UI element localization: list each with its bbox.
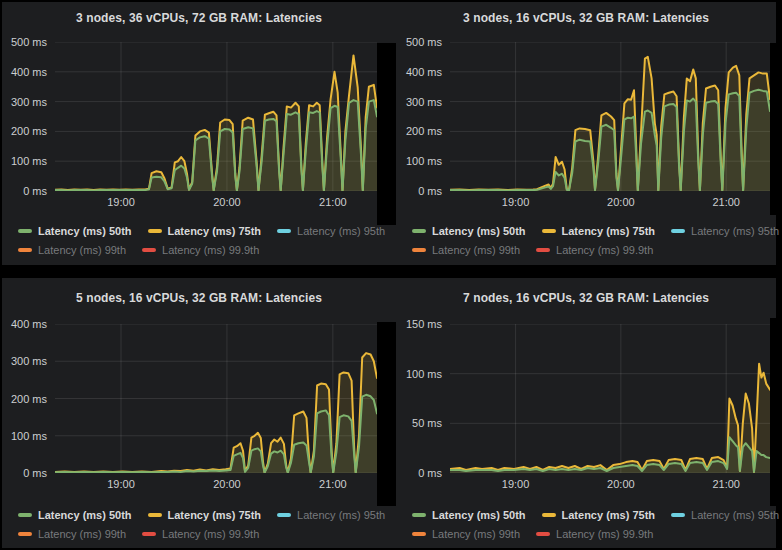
legend-item-99-9th[interactable]: Latency (ms) 99.9th (142, 244, 259, 256)
legend-label: Latency (ms) 99th (38, 244, 126, 256)
legend-label: Latency (ms) 75th (562, 509, 656, 521)
legend-swatch-icon (18, 532, 32, 536)
y-axis-tick-label: 500 ms (2, 36, 47, 49)
y-axis-tick-label: 0 ms (2, 185, 47, 198)
screenshot-black-gap (377, 322, 396, 506)
x-axis-tick-label: 20:00 (202, 196, 252, 209)
legend-swatch-icon (148, 229, 162, 233)
legend-item-99th[interactable]: Latency (ms) 99th (18, 244, 126, 256)
legend-label: Latency (ms) 99.9th (162, 244, 259, 256)
legend-item-50th[interactable]: Latency (ms) 50th (18, 225, 132, 237)
legend-label: Latency (ms) 50th (432, 509, 526, 521)
legend-label: Latency (ms) 50th (432, 225, 526, 237)
y-axis-tick-label: 400 ms (2, 66, 47, 79)
legend: Latency (ms) 50thLatency (ms) 75thLatenc… (18, 505, 394, 543)
legend-label: Latency (ms) 95th (297, 509, 385, 521)
legend-item-75th[interactable]: Latency (ms) 75th (148, 509, 262, 521)
legend-row: Latency (ms) 99thLatency (ms) 99.9th (18, 240, 394, 259)
legend-item-99th[interactable]: Latency (ms) 99th (412, 528, 520, 540)
y-axis-tick-label: 400 ms (396, 66, 442, 79)
legend-row: Latency (ms) 50thLatency (ms) 75thLatenc… (412, 505, 774, 524)
legend-item-75th[interactable]: Latency (ms) 75th (542, 225, 656, 237)
time-series-graph[interactable] (450, 42, 770, 191)
legend-item-99-9th[interactable]: Latency (ms) 99.9th (536, 244, 653, 256)
legend-item-99th[interactable]: Latency (ms) 99th (412, 244, 520, 256)
x-axis-tick-label: 20:00 (596, 196, 646, 209)
legend-swatch-icon (142, 248, 156, 252)
time-series-graph[interactable] (450, 324, 770, 473)
legend-swatch-icon (412, 532, 426, 536)
y-axis-tick-label: 0 ms (396, 467, 442, 480)
legend: Latency (ms) 50thLatency (ms) 75thLatenc… (18, 221, 394, 259)
y-axis-tick-label: 300 ms (396, 96, 442, 109)
legend-swatch-icon (671, 513, 685, 517)
legend-swatch-icon (18, 248, 32, 252)
y-axis-tick-label: 50 ms (396, 417, 442, 430)
y-axis-tick-label: 500 ms (396, 36, 442, 49)
legend-label: Latency (ms) 50th (38, 225, 132, 237)
panel-title[interactable]: 7 nodes, 16 vCPUs, 32 GB RAM: Latencies (396, 291, 776, 305)
legend-swatch-icon (412, 248, 426, 252)
legend-item-99th[interactable]: Latency (ms) 99th (18, 528, 126, 540)
latency-chart-plot[interactable] (55, 42, 377, 191)
legend-swatch-icon (277, 229, 291, 233)
legend-swatch-icon (542, 513, 556, 517)
time-series-graph[interactable] (55, 324, 377, 473)
panel-5-nodes-16-vcpus: 5 nodes, 16 vCPUs, 32 GB RAM: Latencies … (2, 278, 396, 548)
legend-row: Latency (ms) 99thLatency (ms) 99.9th (18, 524, 394, 543)
legend-item-95th[interactable]: Latency (ms) 95th (277, 509, 385, 521)
legend-swatch-icon (671, 229, 685, 233)
legend-label: Latency (ms) 99.9th (556, 244, 653, 256)
legend-item-50th[interactable]: Latency (ms) 50th (18, 509, 132, 521)
legend-item-95th[interactable]: Latency (ms) 95th (671, 225, 779, 237)
latency-chart-plot[interactable] (450, 42, 770, 191)
legend-item-99-9th[interactable]: Latency (ms) 99.9th (536, 528, 653, 540)
panel-title[interactable]: 3 nodes, 16 vCPUs, 32 GB RAM: Latencies (396, 11, 776, 25)
latency-chart-plot[interactable] (55, 324, 377, 473)
legend-label: Latency (ms) 95th (691, 509, 779, 521)
legend-item-99-9th[interactable]: Latency (ms) 99.9th (142, 528, 259, 540)
legend-swatch-icon (412, 513, 426, 517)
legend-label: Latency (ms) 95th (691, 225, 779, 237)
y-axis-tick-label: 300 ms (2, 96, 47, 109)
legend-swatch-icon (277, 513, 291, 517)
x-axis-tick-label: 21:00 (701, 478, 751, 491)
legend-item-75th[interactable]: Latency (ms) 75th (542, 509, 656, 521)
legend: Latency (ms) 50thLatency (ms) 75thLatenc… (412, 505, 774, 543)
legend-label: Latency (ms) 99.9th (162, 528, 259, 540)
x-axis-tick-label: 20:00 (202, 478, 252, 491)
legend-label: Latency (ms) 99.9th (556, 528, 653, 540)
time-series-graph[interactable] (55, 42, 377, 191)
x-axis-tick-label: 21:00 (308, 196, 358, 209)
legend-label: Latency (ms) 99th (432, 528, 520, 540)
legend-item-95th[interactable]: Latency (ms) 95th (277, 225, 385, 237)
y-axis-tick-label: 100 ms (396, 368, 442, 381)
y-axis-tick-label: 100 ms (396, 155, 442, 168)
y-axis-tick-label: 0 ms (396, 185, 442, 198)
panel-title[interactable]: 3 nodes, 36 vCPUs, 72 GB RAM: Latencies (2, 11, 396, 25)
legend-label: Latency (ms) 75th (168, 225, 262, 237)
panel-7-nodes-16-vcpus: 7 nodes, 16 vCPUs, 32 GB RAM: Latencies … (396, 278, 776, 548)
screenshot-black-gap (377, 43, 396, 225)
y-axis-tick-label: 150 ms (396, 318, 442, 331)
panel-title[interactable]: 5 nodes, 16 vCPUs, 32 GB RAM: Latencies (2, 291, 396, 305)
legend-swatch-icon (412, 229, 426, 233)
x-axis-tick-label: 21:00 (308, 478, 358, 491)
legend-label: Latency (ms) 99th (38, 528, 126, 540)
x-axis-tick-label: 19:00 (96, 196, 146, 209)
legend-item-75th[interactable]: Latency (ms) 75th (148, 225, 262, 237)
y-axis-tick-label: 200 ms (396, 125, 442, 138)
x-axis-tick-label: 19:00 (96, 478, 146, 491)
legend-row: Latency (ms) 50thLatency (ms) 75thLatenc… (412, 221, 774, 240)
legend-item-50th[interactable]: Latency (ms) 50th (412, 509, 526, 521)
legend-label: Latency (ms) 75th (562, 225, 656, 237)
latency-chart-plot[interactable] (450, 324, 770, 473)
legend-swatch-icon (536, 248, 550, 252)
legend-swatch-icon (148, 513, 162, 517)
x-axis-tick-label: 19:00 (491, 478, 541, 491)
screenshot-black-gap (770, 43, 782, 215)
y-axis-tick-label: 100 ms (2, 430, 47, 443)
legend-item-50th[interactable]: Latency (ms) 50th (412, 225, 526, 237)
dashboard: 3 nodes, 36 vCPUs, 72 GB RAM: Latencies … (0, 0, 782, 550)
legend-item-95th[interactable]: Latency (ms) 95th (671, 509, 779, 521)
